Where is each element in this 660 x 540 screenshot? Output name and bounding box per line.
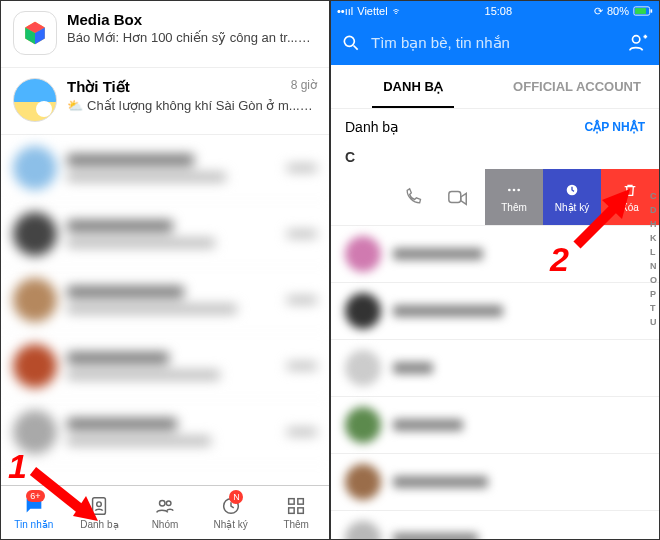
contact-row[interactable]	[331, 511, 659, 540]
alpha-index[interactable]: CDHKLNOPTU	[650, 191, 657, 327]
action-label: Nhật ký	[555, 202, 589, 213]
svg-rect-15	[650, 9, 652, 12]
grid-icon	[285, 495, 307, 517]
action-label: Thêm	[501, 202, 527, 213]
contact-row[interactable]	[331, 454, 659, 510]
section-header: Danh bạ CẬP NHẬT	[331, 109, 659, 145]
video-icon[interactable]	[447, 187, 469, 207]
card-title: Thời Tiết	[67, 78, 317, 96]
action-more[interactable]: Thêm	[485, 169, 543, 225]
group-icon	[154, 495, 176, 517]
add-friend-icon[interactable]	[627, 32, 649, 54]
card-body: Thời Tiết ⛅Chất lượng không khí Sài Gòn …	[67, 78, 317, 115]
annotation-number-1: 1	[8, 447, 27, 486]
chat-row[interactable]	[1, 333, 329, 399]
battery-pct: 80%	[607, 5, 629, 17]
carrier: Viettel	[357, 5, 387, 17]
card-title: Media Box	[67, 11, 317, 28]
card-mediabox[interactable]: Media Box Báo Mới: Hơn 100 chiến sỹ công…	[1, 1, 329, 68]
svg-point-19	[508, 188, 511, 191]
svg-point-16	[344, 36, 354, 46]
contact-row[interactable]	[331, 340, 659, 396]
search-icon	[341, 33, 361, 53]
svg-point-5	[97, 502, 102, 507]
card-body: Media Box Báo Mới: Hơn 100 chiến sỹ công…	[67, 11, 317, 47]
tab-label: Danh bạ	[80, 519, 118, 530]
card-time: 8 giờ	[291, 78, 317, 92]
phone-icon[interactable]	[403, 187, 423, 207]
tab-label: Nhóm	[152, 519, 179, 530]
tab-diary[interactable]: N Nhật ký	[198, 486, 264, 539]
status-time: 15:08	[485, 5, 513, 17]
svg-point-7	[166, 501, 171, 506]
tab-label: Thêm	[283, 519, 309, 530]
battery-icon	[633, 6, 653, 16]
letter-header: C	[331, 145, 659, 169]
contact-tabs: DANH BẠ OFFICIAL ACCOUNT	[331, 65, 659, 109]
svg-rect-18	[449, 192, 461, 203]
rotation-lock-icon: ⟳	[594, 5, 603, 18]
svg-point-17	[633, 36, 640, 43]
card-subtitle: Báo Mới: Hơn 100 chiến sỹ công an tr...N	[67, 30, 317, 47]
right-phone: ••ııl Viettel ᯤ 15:08 ⟳ 80% Tìm bạn bè, …	[330, 0, 660, 540]
card-subtitle: ⛅Chất lượng không khí Sài Gòn ở m...N	[67, 98, 317, 115]
signal-icon: ••ııl	[337, 5, 353, 17]
trash-icon	[622, 182, 638, 198]
unread-badge: 6+	[26, 490, 44, 502]
tab-contacts[interactable]: Danh bạ	[67, 486, 133, 539]
cloud-emoji-icon: ⛅	[67, 98, 83, 113]
svg-point-20	[513, 188, 516, 191]
contact-row[interactable]	[331, 226, 659, 282]
contact-row[interactable]	[331, 397, 659, 453]
card-thoitiet[interactable]: Thời Tiết ⛅Chất lượng không khí Sài Gòn …	[1, 68, 329, 135]
status-right: ⟳ 80%	[594, 5, 653, 18]
section-title: Danh bạ	[345, 119, 399, 135]
status-bar: ••ııl Viettel ᯤ 15:08 ⟳ 80%	[331, 1, 659, 21]
svg-point-6	[159, 501, 165, 507]
bottom-tabbar: 6+ Tin nhắn Danh bạ Nhóm N Nhật ký Thêm	[1, 485, 329, 539]
action-label: Xóa	[621, 202, 639, 213]
tab-label: Nhật ký	[213, 519, 247, 530]
tab-danhba[interactable]: DANH BẠ	[331, 65, 495, 108]
tab-label: Tin nhắn	[14, 519, 53, 530]
contact-book-icon	[88, 495, 110, 517]
left-phone: Media Box Báo Mới: Hơn 100 chiến sỹ công…	[0, 0, 330, 540]
wifi-icon: ᯤ	[392, 5, 403, 17]
update-button[interactable]: CẬP NHẬT	[585, 120, 645, 134]
weather-icon	[13, 78, 57, 122]
svg-rect-12	[298, 508, 304, 513]
swipe-actions: Thêm Nhật ký Xóa	[485, 169, 659, 225]
svg-rect-14	[635, 8, 646, 14]
search-placeholder[interactable]: Tìm bạn bè, tin nhắn	[371, 34, 627, 52]
swipe-lead	[331, 187, 485, 207]
status-left: ••ııl Viettel ᯤ	[337, 5, 403, 17]
tab-groups[interactable]: Nhóm	[132, 486, 198, 539]
tab-more[interactable]: Thêm	[263, 486, 329, 539]
action-diary[interactable]: Nhật ký	[543, 169, 601, 225]
svg-rect-10	[298, 499, 304, 505]
annotation-number-2: 2	[550, 240, 569, 279]
tab-official-account[interactable]: OFFICIAL ACCOUNT	[495, 65, 659, 108]
contact-row[interactable]	[331, 283, 659, 339]
mediabox-icon	[13, 11, 57, 55]
search-header[interactable]: Tìm bạn bè, tin nhắn	[331, 21, 659, 65]
svg-point-21	[517, 188, 520, 191]
contact-swipe-row[interactable]: Thêm Nhật ký Xóa	[331, 169, 659, 225]
chat-row[interactable]	[1, 399, 329, 465]
chat-row[interactable]	[1, 135, 329, 201]
chat-row[interactable]	[1, 201, 329, 267]
svg-rect-9	[289, 499, 295, 505]
tab-messages[interactable]: 6+ Tin nhắn	[1, 486, 67, 539]
chat-row[interactable]	[1, 267, 329, 333]
svg-rect-11	[289, 508, 295, 513]
clock-icon	[564, 182, 580, 198]
ellipsis-icon	[506, 182, 522, 198]
